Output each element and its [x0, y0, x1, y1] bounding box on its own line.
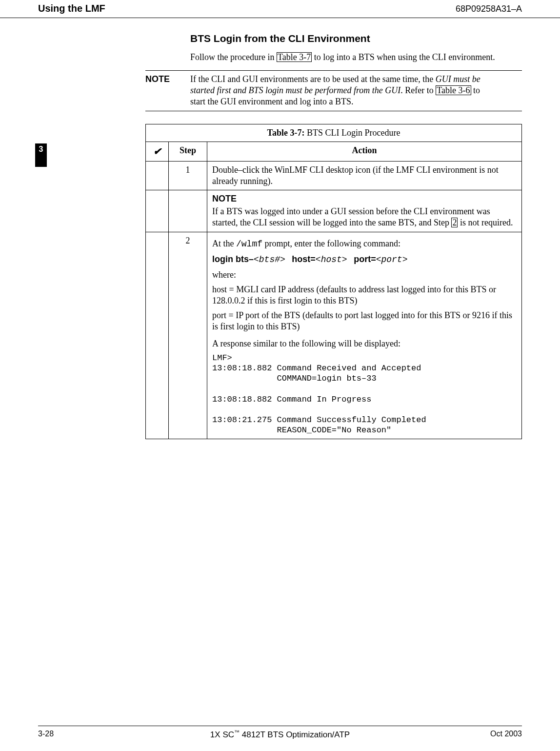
footer-left: 3-28 — [38, 729, 54, 739]
footer-right: Oct 2003 — [490, 729, 522, 739]
content: BTS Login from the CLI Environment Follo… — [0, 18, 560, 439]
page-footer: 3-28 1X SC™ 4812T BTS Optimization/ATP O… — [38, 726, 522, 739]
table-num: Table 3-7: — [267, 128, 305, 138]
s2-line1-post: prompt, enter the following command: — [262, 239, 400, 248]
note-block: NOTE If the CLI and GUI environments are… — [145, 70, 522, 111]
check-cell — [146, 190, 169, 232]
table-caption-text: BTS CLI Login Procedure — [304, 128, 400, 138]
check-icon: ✔ — [153, 146, 161, 157]
inner-note-pre: If a BTS was logged into under a GUI ses… — [212, 206, 490, 227]
page-header: Using the LMF 68P09258A31–A — [0, 0, 560, 18]
side-tab-number: 3 — [35, 143, 47, 155]
check-cell — [146, 161, 169, 190]
check-cell — [146, 232, 169, 439]
action-cell-step2: At the /wlmf prompt, enter the following… — [207, 232, 522, 439]
col-action-head: Action — [207, 142, 522, 161]
step-number: 1 — [169, 161, 207, 190]
cmd-host: <host> — [316, 255, 347, 264]
col-step-head: Step — [169, 142, 207, 161]
where-label: where: — [212, 269, 517, 281]
page: Using the LMF 68P09258A31–A 3 BTS Login … — [0, 0, 560, 751]
side-tab: 3 — [35, 143, 47, 167]
s2-line1-pre: At the — [212, 239, 236, 248]
inner-note-post: is not required. — [458, 218, 513, 227]
note-line1: If the CLI and GUI environments are to b… — [190, 74, 436, 84]
action-cell: Double–click the WinLMF CLI desktop icon… — [207, 161, 522, 190]
footer-center: 1X SC™ 4812T BTS Optimization/ATP — [38, 729, 522, 740]
command-line: login bts–<bts#> host=<host> port=<port> — [212, 254, 517, 265]
cmd-port: <port> — [376, 255, 408, 264]
footer-center-post: 4812T BTS Optimization/ATP — [240, 730, 350, 739]
note-mid: . Refer to — [400, 85, 436, 95]
cmd-port-lbl: port= — [354, 254, 376, 264]
footer-center-pre: 1X SC — [210, 730, 234, 739]
step-number-blank — [169, 190, 207, 232]
intro-post: to log into a BTS when using the CLI env… — [312, 52, 495, 62]
inner-note-head: NOTE — [212, 193, 517, 204]
side-tab-block — [35, 155, 47, 167]
intro-pre: Follow the procedure in — [190, 52, 277, 62]
trademark-icon: ™ — [234, 729, 240, 735]
note-body: If the CLI and GUI environments are to b… — [190, 74, 522, 108]
intro-link[interactable]: Table 3-7 — [277, 52, 312, 62]
cmd-login: login bts– — [212, 254, 254, 264]
table-row: NOTE If a BTS was logged into under a GU… — [146, 190, 522, 232]
response-intro: A response similar to the following will… — [212, 338, 517, 349]
action-cell-note: NOTE If a BTS was logged into under a GU… — [207, 190, 522, 232]
s2-line1-mono: /wlmf — [236, 239, 262, 249]
procedure-table: Table 3-7: BTS CLI Login Procedure ✔ Ste… — [145, 124, 522, 439]
header-left: Using the LMF — [38, 2, 105, 15]
response-block: LMF> 13:08:18.882 Command Received and A… — [212, 353, 517, 436]
table-caption: Table 3-7: BTS CLI Login Procedure — [146, 124, 522, 142]
inner-note-link[interactable]: 2 — [451, 218, 458, 227]
note-link[interactable]: Table 3-6 — [436, 85, 471, 95]
host-explanation: host = MGLI card IP address (defaults to… — [212, 284, 517, 307]
step-number: 2 — [169, 232, 207, 439]
intro-paragraph: Follow the procedure in Table 3-7 to log… — [190, 52, 522, 63]
note-label: NOTE — [145, 74, 190, 108]
col-check-head: ✔ — [146, 142, 169, 161]
cmd-bts: <bts#> — [254, 255, 285, 264]
section-heading: BTS Login from the CLI Environment — [190, 32, 560, 45]
header-right: 68P09258A31–A — [456, 3, 522, 15]
cmd-host-lbl: host= — [292, 254, 316, 264]
table-row: 1 Double–click the WinLMF CLI desktop ic… — [146, 161, 522, 190]
table-row: 2 At the /wlmf prompt, enter the followi… — [146, 232, 522, 439]
port-explanation: port = IP port of the BTS (defaults to p… — [212, 310, 517, 333]
